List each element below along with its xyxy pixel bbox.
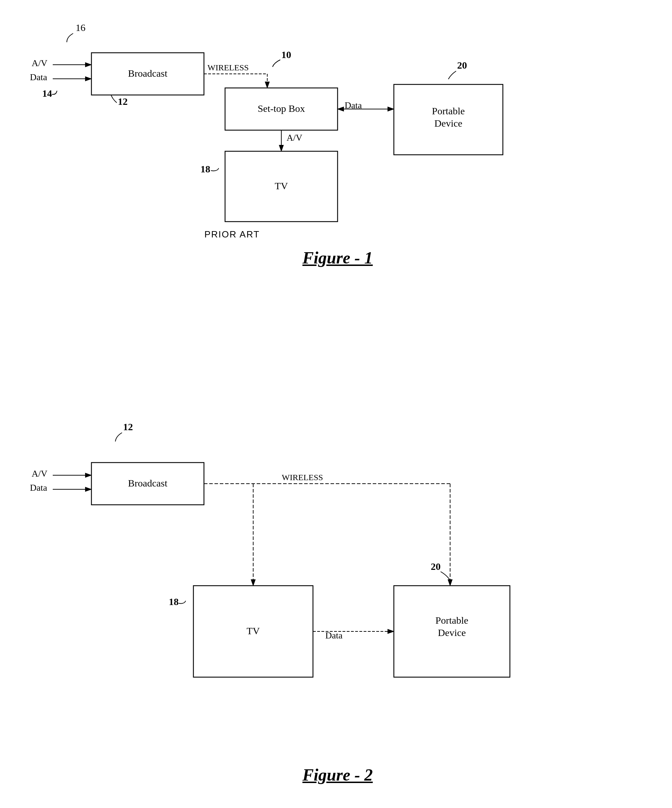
ref-18-f1: 18 [200,164,210,174]
wireless-label-f1: WIRELESS [207,63,248,72]
tv-label-f2: TV [247,626,260,636]
portable-label-f1-line1: Portable [432,105,465,117]
data-conn-label-f2: Data [325,630,343,641]
prior-art-label: PRIOR ART [204,229,260,240]
figure-2-svg: 12 A/V Data Broadcast WIRELESS TV [21,387,654,774]
portable-label-f2-line1: Portable [435,615,468,626]
av-input-label-f1: A/V [32,58,47,68]
ref-20-f2: 20 [431,561,440,572]
av-down-label-f1: A/V [287,133,302,143]
broadcast-label-f2: Broadcast [128,478,167,489]
data-input-label-f1: Data [30,72,47,82]
portable-label-f1-line2: Device [434,118,462,129]
settop-label-f1: Set-top Box [258,103,305,114]
ref-10-f1: 10 [281,49,291,60]
ref-12-f1: 12 [118,96,128,107]
page: 16 A/V Data 14 12 Broadcast WIRELESS [0,0,672,808]
figure-1-svg: 16 A/V Data 14 12 Broadcast WIRELESS [21,14,654,260]
figure-2-container: 12 A/V Data Broadcast WIRELESS TV [21,387,654,774]
figure-1-container: 16 A/V Data 14 12 Broadcast WIRELESS [21,14,654,260]
ref-14: 14 [42,88,52,99]
portable-label-f2-line2: Device [438,627,465,638]
ref-18-f2: 18 [169,596,178,607]
tv-label-f1: TV [275,180,288,191]
data-input-label-f2: Data [30,482,47,493]
ref-16: 16 [76,22,85,33]
broadcast-label-f1: Broadcast [128,68,167,79]
ref-12-f2: 12 [123,421,133,432]
av-input-label-f2: A/V [32,469,47,479]
figure-1-title: Figure - 1 [302,248,373,267]
ref-20-f1: 20 [457,60,467,71]
figure-2-title: Figure - 2 [302,765,373,785]
wireless-label-f2: WIRELESS [282,473,323,482]
